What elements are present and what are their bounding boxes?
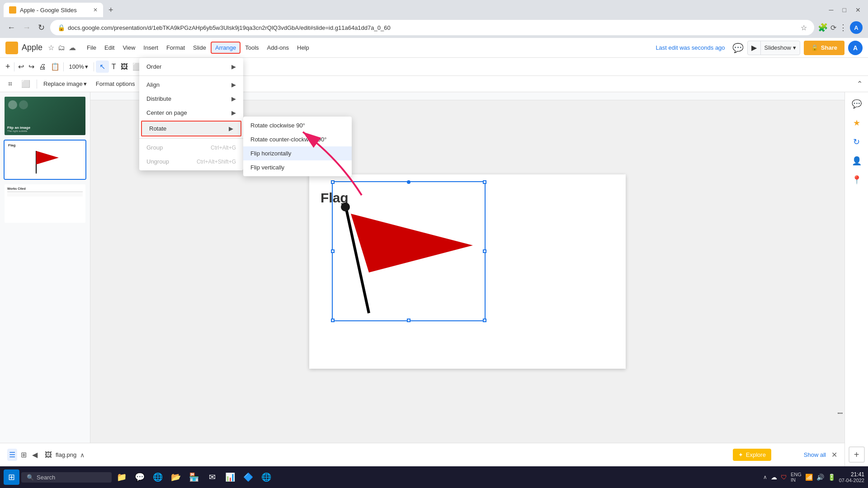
lock-icon: 🔒 <box>57 24 65 31</box>
sidebar-map-icon[interactable]: 📍 <box>849 172 865 188</box>
tray-shield-icon[interactable]: 🛡 <box>781 474 787 481</box>
tray-up-icon[interactable]: ∧ <box>763 474 767 480</box>
slide-thumbnail-1[interactable]: 1 Flip an image The right subtitle <box>4 96 86 136</box>
rotate-submenu: Rotate clockwise 90° Rotate counter-cloc… <box>243 117 352 176</box>
menu-file[interactable]: File <box>83 42 100 53</box>
slide-thumbnail-2[interactable]: 2 Flag <box>4 140 86 180</box>
present-btn-group: ▶ Slideshow ▾ <box>747 41 800 55</box>
back-button[interactable]: ← <box>5 21 17 34</box>
last-edit[interactable]: Last edit was seconds ago <box>656 44 725 51</box>
rotate-ccw-item[interactable]: Rotate counter-clockwise 90° <box>243 132 352 146</box>
format-options-btn[interactable]: Format options <box>93 80 138 88</box>
cursor-tool[interactable]: ↖ <box>96 61 109 73</box>
zoom-btn[interactable]: 100% ▾ <box>66 61 92 72</box>
arrange-menu-rotate[interactable]: Rotate▶ <box>141 121 241 136</box>
image-tool[interactable]: 🖼 <box>119 61 130 73</box>
taskbar-btn-store[interactable]: 🏪 <box>186 469 202 485</box>
tray-battery-icon[interactable]: 🔋 <box>828 474 835 481</box>
arrange-menu-order[interactable]: Order▶ <box>139 60 243 74</box>
sidebar-refresh-icon[interactable]: ↻ <box>849 134 865 150</box>
menu-format[interactable]: Format <box>163 42 189 53</box>
file-collapse-icon[interactable]: ∧ <box>80 451 85 459</box>
collapse-toolbar-btn[interactable]: ⌃ <box>857 80 863 88</box>
sidebar-person-icon[interactable]: 👤 <box>849 153 865 169</box>
taskbar-btn-chrome[interactable]: 🌐 <box>258 469 274 485</box>
menu-help[interactable]: Help <box>293 42 313 53</box>
taskbar-btn-folder[interactable]: 📂 <box>168 469 184 485</box>
reload-button[interactable]: ↻ <box>36 21 47 34</box>
arrange-menu-ungroup[interactable]: UngroupCtrl+Alt+Shift+G <box>139 155 243 169</box>
sidebar-chat-icon[interactable]: 💬 <box>849 96 865 112</box>
star-icon[interactable]: ☆ <box>46 42 56 54</box>
more-icon[interactable]: ⋮ <box>839 23 847 33</box>
taskbar: ⊞ 🔍 Search 📁 💬 🌐 📂 🏪 ✉ 📊 🔷 🌐 ∧ ☁ 🛡 ENGIN… <box>0 466 868 488</box>
flip-horizontal-item[interactable]: Flip horizontally <box>243 146 352 160</box>
share-button[interactable]: 🔒 Share <box>804 41 844 55</box>
taskbar-btn-office[interactable]: 🔷 <box>240 469 256 485</box>
collapse-panel-btn[interactable]: ◀ <box>30 449 39 461</box>
menu-edit[interactable]: Edit <box>101 42 118 53</box>
text-tool[interactable]: T <box>110 61 118 73</box>
taskbar-btn-mail[interactable]: ✉ <box>204 469 220 485</box>
tray-wifi-icon[interactable]: 📶 <box>805 474 813 481</box>
sidebar-add-icon[interactable]: + <box>849 446 865 463</box>
mask-btn[interactable]: ⬜ <box>19 79 33 89</box>
redo-btn[interactable]: ↪ <box>27 61 36 73</box>
taskbar-btn-edge[interactable]: 🌐 <box>150 469 166 485</box>
sidebar-star-icon[interactable]: ★ <box>849 115 865 131</box>
menu-view[interactable]: View <box>119 42 139 53</box>
menu-slide[interactable]: Slide <box>189 42 210 53</box>
file-name: flag.png <box>56 451 76 458</box>
taskbar-btn-file[interactable]: 📁 <box>113 469 130 485</box>
crop-btn[interactable]: ⌗ <box>5 79 15 89</box>
grid-view-btn[interactable]: ⊞ <box>19 449 28 461</box>
paint-format-btn[interactable]: 📋 <box>49 61 61 73</box>
taskbar-btn-app[interactable]: 📊 <box>222 469 238 485</box>
arrange-menu-align[interactable]: Align▶ <box>139 78 243 92</box>
system-clock[interactable]: 21:41 07-04-2022 <box>839 471 864 483</box>
replace-image-btn[interactable]: Replace image ▾ <box>41 80 90 88</box>
forward-button[interactable]: → <box>21 21 33 34</box>
sync-icon[interactable]: ⟳ <box>830 23 836 32</box>
print-btn[interactable]: 🖨 <box>37 61 48 73</box>
extensions-icon[interactable]: 🧩 <box>818 23 828 33</box>
add-btn[interactable]: + <box>4 60 12 73</box>
rotate-cw-item[interactable]: Rotate clockwise 90° <box>243 118 352 132</box>
minimize-button[interactable]: ─ <box>826 5 837 15</box>
bookmark-folder-icon[interactable]: 🗂 <box>56 42 67 54</box>
menu-addons[interactable]: Add-ons <box>264 42 292 53</box>
user-avatar[interactable]: A <box>848 41 863 55</box>
browser-tab[interactable]: Apple - Google Slides ✕ <box>4 3 103 17</box>
taskbar-search[interactable]: 🔍 Search <box>21 472 112 483</box>
bookmark-icon[interactable]: ☆ <box>801 23 807 32</box>
slideshow-btn[interactable]: Slideshow ▾ <box>761 41 800 55</box>
selected-image[interactable] <box>332 181 486 321</box>
flip-vertical-item[interactable]: Flip vertically <box>243 160 352 174</box>
present-icon-btn[interactable]: ▶ <box>748 41 760 55</box>
slide-view-btn[interactable]: ☰ <box>7 449 17 461</box>
cloud-icon[interactable]: ☁ <box>67 42 78 54</box>
slide-thumbnail-3[interactable]: 3 Works Cited <box>4 183 86 224</box>
browser-profile-avatar[interactable]: A <box>850 21 863 34</box>
maximize-button[interactable]: □ <box>839 5 850 15</box>
arrange-menu-distribute[interactable]: Distribute▶ <box>139 92 243 106</box>
taskbar-btn-chat[interactable]: 💬 <box>132 469 148 485</box>
arrange-menu-center[interactable]: Center on page▶ <box>139 106 243 120</box>
menu-insert[interactable]: Insert <box>140 42 162 53</box>
menu-arrange[interactable]: Arrange <box>211 42 241 54</box>
close-button[interactable]: ✕ <box>852 5 864 15</box>
show-all-btn[interactable]: Show all <box>804 451 826 458</box>
undo-btn[interactable]: ↩ <box>16 61 26 73</box>
tray-sound-icon[interactable]: 🔊 <box>816 474 824 481</box>
comment-button[interactable]: 💬 <box>732 42 744 53</box>
close-panel-btn[interactable]: ✕ <box>831 450 837 459</box>
menu-tools[interactable]: Tools <box>241 42 262 53</box>
arrange-menu-group[interactable]: GroupCtrl+Alt+G <box>139 141 243 155</box>
explore-btn[interactable]: ✦ Explore <box>733 449 771 461</box>
tab-close-icon[interactable]: ✕ <box>93 7 98 13</box>
url-bar[interactable]: docs.google.com/presentation/d/1ebTKA9kP… <box>68 24 797 31</box>
tab-favicon <box>9 6 16 14</box>
new-tab-button[interactable]: + <box>105 3 117 17</box>
tray-cloud-icon[interactable]: ☁ <box>771 474 777 481</box>
start-button[interactable]: ⊞ <box>4 469 19 485</box>
